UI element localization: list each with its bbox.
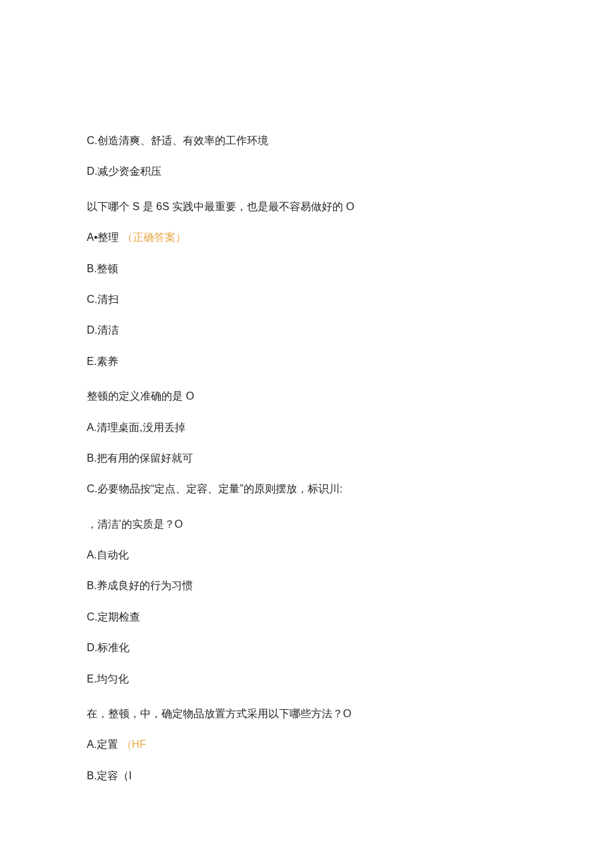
option-b: B.养成良好的行为习惯 <box>87 578 527 593</box>
option-a: A.定置 （HF <box>87 737 527 752</box>
question-block-4: ，清洁’的实质是？O A.自动化 B.养成良好的行为习惯 C.定期检查 D.标准… <box>87 517 527 687</box>
option-a-note: （HF <box>121 739 146 750</box>
document-page: C.创造清爽、舒适、有效率的工作环境 D.减少资金积压 以下哪个 S 是 6S … <box>0 0 614 853</box>
question-text: 在，整顿，中，确定物品放置方式采用以下哪些方法？O <box>87 707 527 721</box>
question-text: 以下哪个 S 是 6S 实践中最重要，也是最不容易做好的 O <box>87 199 527 214</box>
question-block-2: 以下哪个 S 是 6S 实践中最重要，也是最不容易做好的 O A•整理 （正确答… <box>87 199 527 369</box>
option-e: E.素养 <box>87 354 527 369</box>
option-c: C.清扫 <box>87 292 527 307</box>
option-a: A.清理桌面,没用丢掉 <box>87 420 527 435</box>
option-c: C.创造清爽、舒适、有效率的工作环境 <box>87 133 527 148</box>
question-block-3: 整顿的定义准确的是 O A.清理桌面,没用丢掉 B.把有用的保留好就可 C.必要… <box>87 389 527 497</box>
question-text: 整顿的定义准确的是 O <box>87 389 527 404</box>
option-d: D.标准化 <box>87 640 527 655</box>
correct-answer-label: （正确答案） <box>122 232 186 243</box>
option-e: E.均匀化 <box>87 672 527 687</box>
question-block-5: 在，整顿，中，确定物品放置方式采用以下哪些方法？O A.定置 （HF B.定容（… <box>87 707 527 783</box>
option-a-prefix: A.定置 <box>87 739 118 750</box>
option-b: B.把有用的保留好就可 <box>87 451 527 466</box>
option-a-prefix: A•整理 <box>87 232 119 243</box>
option-b: B.整顿 <box>87 262 527 276</box>
question-text: ，清洁’的实质是？O <box>87 517 527 532</box>
option-c: C.必要物品按“定点、定容、定量”的原则摆放，标识川: <box>87 482 527 496</box>
option-a: A•整理 （正确答案） <box>87 230 527 245</box>
option-d: D.减少资金积压 <box>87 164 527 179</box>
option-b: B.定容（I <box>87 769 527 783</box>
option-a: A.自动化 <box>87 548 527 562</box>
option-d: D.清洁 <box>87 323 527 338</box>
question-block-1: C.创造清爽、舒适、有效率的工作环境 D.减少资金积压 <box>87 133 527 179</box>
option-c: C.定期检查 <box>87 610 527 624</box>
